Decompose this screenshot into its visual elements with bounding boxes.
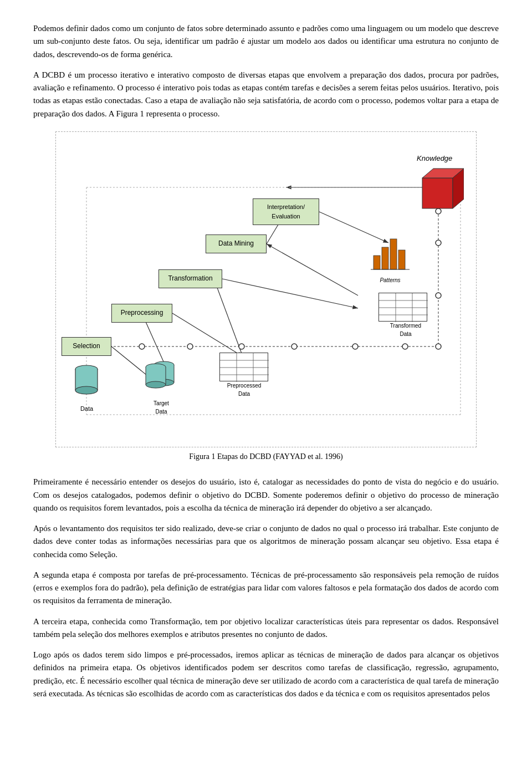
svg-point-31 bbox=[75, 386, 98, 394]
paragraph-4: Após o levantamento dos requisitos ter s… bbox=[33, 522, 499, 561]
svg-point-20 bbox=[436, 240, 441, 246]
paragraph-6: A terceira etapa, conhecida como Transfo… bbox=[33, 615, 499, 641]
svg-point-17 bbox=[402, 344, 408, 349]
data-cylinder: Data bbox=[71, 363, 102, 413]
preprocessed-data-box bbox=[219, 353, 268, 381]
svg-point-14 bbox=[239, 344, 244, 349]
svg-line-6 bbox=[172, 313, 243, 356]
box-transformation: Transformation bbox=[158, 269, 222, 288]
svg-point-13 bbox=[187, 344, 193, 349]
svg-rect-52 bbox=[374, 256, 380, 269]
box-datamining: Data Mining bbox=[206, 234, 267, 253]
data-label: Data bbox=[71, 404, 102, 414]
svg-rect-54 bbox=[390, 239, 397, 269]
paragraph-2: A DCBD é um processo iterativo e interat… bbox=[33, 69, 499, 120]
svg-point-15 bbox=[291, 344, 297, 349]
diagram-arrows bbox=[56, 132, 476, 447]
svg-point-41 bbox=[146, 381, 166, 388]
paragraph-3: Primeiramente é necessário entender os d… bbox=[33, 476, 499, 514]
svg-rect-57 bbox=[422, 178, 453, 208]
knowledge-label: Knowledge bbox=[417, 153, 452, 164]
paragraph-1: Podemos definir dados como um conjunto d… bbox=[33, 22, 499, 61]
box-preprocessing: Preprocessing bbox=[111, 304, 172, 323]
svg-rect-55 bbox=[398, 250, 405, 269]
svg-rect-53 bbox=[382, 247, 388, 269]
svg-line-7 bbox=[214, 279, 243, 356]
transformed-data-label: TransformedData bbox=[375, 322, 436, 339]
transformed-data-box bbox=[378, 293, 427, 322]
target-data-label: TargetData bbox=[139, 399, 183, 416]
box-selection: Selection bbox=[62, 337, 111, 356]
svg-point-12 bbox=[139, 344, 145, 349]
svg-point-16 bbox=[352, 344, 358, 349]
svg-point-19 bbox=[436, 293, 441, 298]
paragraph-5: A segunda etapa é composta por tarefas d… bbox=[33, 569, 499, 608]
svg-point-18 bbox=[436, 344, 441, 349]
patterns-label: Patterns bbox=[371, 276, 410, 285]
target-data-group: TargetData bbox=[139, 359, 183, 416]
preprocessed-data-label: PreprocessedData bbox=[212, 381, 276, 399]
patterns-group: Patterns bbox=[371, 231, 410, 285]
figure-caption: Figura 1 Etapas do DCBD (FAYYAD et al. 1… bbox=[189, 451, 342, 463]
knowledge-group: Knowledge bbox=[420, 164, 464, 215]
box-interp: Interpretation/Evaluation bbox=[253, 198, 319, 225]
figure-1: Selection Preprocessing Transformation D… bbox=[33, 131, 499, 471]
paragraph-7: Logo após os dados terem sido limpos e p… bbox=[33, 649, 499, 700]
svg-line-8 bbox=[222, 279, 358, 308]
diagram-wrapper: Selection Preprocessing Transformation D… bbox=[55, 131, 477, 447]
svg-line-9 bbox=[267, 244, 358, 295]
